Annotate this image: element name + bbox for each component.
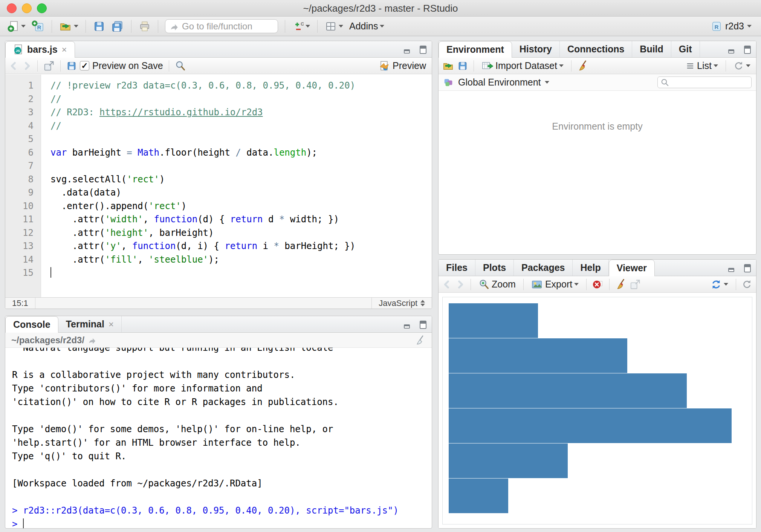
source-tabbar: JS bars.js × [5,41,432,58]
minimize-pane-icon[interactable] [727,263,737,273]
updown-arrows-icon [420,300,425,306]
console-pane: Console Terminal × ~/packages/r2d3/ [5,316,432,529]
console-line: 'citation()' on how to cite R or R packa… [12,395,425,409]
workspace-panes-button[interactable] [323,19,345,34]
caret-down-icon [21,25,26,28]
back-arrow-icon[interactable] [9,61,19,71]
save-icon[interactable] [66,61,77,71]
tab-git[interactable]: Git [671,41,700,57]
line-number: 14 [5,253,41,267]
language-label: JavaScript [379,298,417,308]
zoom-button[interactable]: Zoom [477,278,518,291]
language-mode-selector[interactable]: JavaScript [371,298,432,309]
statusbar-spacer [35,298,371,309]
svg-text:R: R [37,24,41,31]
toolbar-divider [285,20,285,33]
line-number: 7 [5,159,41,173]
scope-selector-label[interactable]: Global Environment [458,77,541,88]
search-magnifier-icon[interactable] [175,60,186,72]
back-arrow-icon[interactable] [442,280,452,289]
cursor-position[interactable]: 15:1 [5,298,35,309]
addins-menu[interactable]: Addins [347,20,386,33]
tab-console[interactable]: Console [5,316,58,333]
clear-environment-broom-icon[interactable] [577,60,588,72]
chart-bar [449,443,568,478]
tab-terminal[interactable]: Terminal × [58,316,122,332]
environment-toolbar: Import Dataset List [439,58,756,74]
tab-connections[interactable]: Connections [560,41,632,57]
close-tab-icon[interactable]: × [62,44,67,55]
tab-history[interactable]: History [512,41,560,57]
checkmark-icon: ✓ [81,61,88,71]
maximize-pane-icon[interactable] [742,45,752,55]
caret-down-icon [545,81,549,84]
export-button[interactable]: Export [529,278,581,291]
minimize-pane-icon[interactable] [727,45,737,55]
tab-environment[interactable]: Environment [439,41,512,58]
editor-statusbar: 15:1 JavaScript [5,297,432,309]
goto-file-input[interactable] [182,21,265,32]
new-file-button[interactable] [5,19,28,34]
preview-button[interactable]: Preview [377,59,428,73]
forward-arrow-icon[interactable] [22,61,32,71]
version-control-button[interactable]: G [290,19,312,34]
line-number: 4 [5,119,41,133]
panes-layout-icon [325,20,337,32]
environment-tabbar: Environment History Connections Build Gi… [439,41,756,58]
maximize-pane-icon[interactable] [417,45,427,55]
console-line [12,463,425,477]
refresh-environment-button[interactable] [732,60,752,72]
tab-packages[interactable]: Packages [514,260,573,276]
tab-bars-js[interactable]: JS bars.js × [5,41,75,58]
close-tab-icon[interactable]: × [108,319,114,330]
goto-file-search[interactable] [165,19,278,33]
goto-directory-arrow-icon[interactable] [87,336,96,345]
import-dataset-button[interactable]: Import Dataset [480,59,565,73]
toolbar-divider [609,279,610,290]
print-button[interactable] [137,19,153,34]
environment-search-input[interactable] [671,78,743,87]
chart-bar [449,408,732,443]
code-editor[interactable]: 1// !preview r2d3 data=c(0.3, 0.6, 0.8, … [5,75,432,297]
tab-label: Help [580,262,601,273]
console-tabbar: Console Terminal × [5,316,432,333]
environment-search[interactable] [657,76,752,88]
refresh-icon[interactable] [742,279,752,290]
maximize-pane-icon[interactable] [742,263,752,273]
save-all-button[interactable] [109,19,126,34]
save-workspace-icon[interactable] [457,61,468,71]
tab-build[interactable]: Build [632,41,671,57]
console-output[interactable]: Natural language support but running in … [5,348,432,528]
forward-arrow-icon[interactable] [455,280,465,289]
code-text: svg.selectAll('rect') [41,173,165,187]
tab-help[interactable]: Help [573,260,608,276]
clear-console-broom-icon[interactable] [415,335,426,345]
tab-files[interactable]: Files [439,260,475,276]
list-view-selector[interactable]: List [683,59,720,72]
popout-icon[interactable] [43,60,55,72]
sync-viewer-button[interactable] [709,278,730,291]
tab-plots[interactable]: Plots [475,260,514,276]
environment-scope-icon [443,77,454,88]
load-workspace-folder-icon[interactable] [442,60,454,72]
code-line: 7 [5,159,432,173]
new-file-icon [7,20,19,32]
preview-label: Preview [393,60,426,71]
minimize-pane-icon[interactable] [403,45,413,55]
clear-all-broom-icon[interactable] [615,279,627,290]
remove-viewer-item-icon[interactable] [592,279,604,290]
popout-icon[interactable] [630,279,641,290]
tab-viewer[interactable]: Viewer [609,260,655,276]
tab-label: Console [13,319,50,330]
source-pane: JS bars.js × [5,41,432,309]
save-button[interactable] [91,19,107,34]
console-pathbar: ~/packages/r2d3/ [5,333,432,348]
open-file-button[interactable] [57,19,80,34]
project-menu[interactable]: R r2d3 [709,20,753,33]
source-toolbar: ✓ Preview on Save Preview [5,58,432,74]
maximize-pane-icon[interactable] [417,320,427,330]
minimize-pane-icon[interactable] [403,320,413,330]
export-image-icon [531,279,543,290]
new-project-button[interactable]: R [30,19,46,34]
preview-on-save-checkbox[interactable]: ✓ [80,61,89,70]
